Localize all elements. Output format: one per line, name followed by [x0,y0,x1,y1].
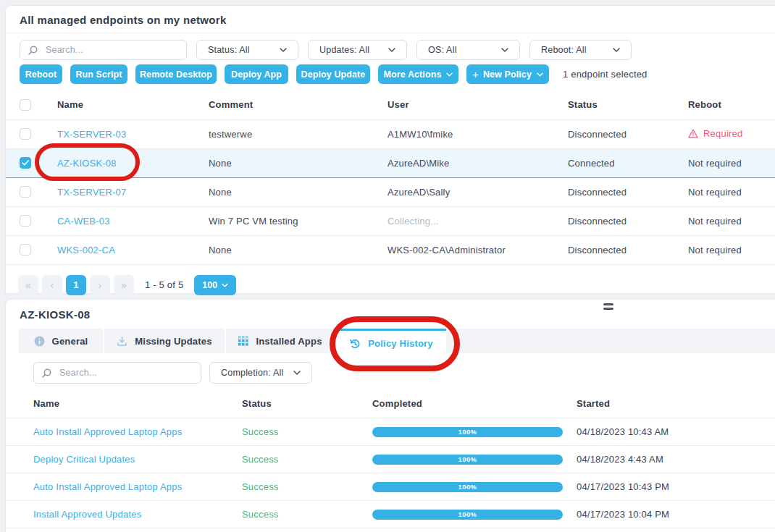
tab-general[interactable]: General [19,329,104,353]
endpoints-header-row: Name Comment User Status Reboot [6,90,775,119]
row-checkbox[interactable] [20,244,31,256]
completion-filter[interactable]: Completion: All [209,362,312,384]
detail-tabs: General Missing Updates Installed Apps P… [19,329,775,353]
col-user: User [388,90,568,119]
endpoint-reboot: Not required [688,148,775,177]
policy-started: 04/17/2023 10:04 PM [577,501,775,528]
endpoint-reboot: Not required [688,177,775,206]
chevron-down-icon [222,283,228,287]
endpoint-name-link[interactable]: TX-SERVER-07 [57,187,126,198]
deploy-update-button[interactable]: Deploy Update [296,64,370,84]
col-status: Status [568,90,688,119]
endpoint-user: WKS-002-CA\Administrator [388,235,568,264]
policy-started: 04/18/2023 10:43 AM [577,418,775,446]
last-page-button[interactable]: » [114,275,134,295]
page-1-button[interactable]: 1 [66,275,86,295]
col-comment: Comment [209,90,388,119]
policy-filter-bar: Completion: All [6,353,775,384]
prev-page-button[interactable]: ‹ [42,275,62,295]
endpoints-filter-bar: Status: All Updates: All OS: All Reboot:… [6,33,775,60]
progress-label: 100% [458,483,477,491]
status-filter[interactable]: Status: All [196,40,298,60]
deploy-app-button-label: Deploy App [231,69,282,80]
row-checkbox[interactable] [20,186,31,198]
os-filter-label: OS: All [428,45,457,55]
endpoint-name-link[interactable]: AZ-KIOSK-08 [57,158,117,169]
reboot-button-label: Reboot [25,69,57,80]
select-all-checkbox[interactable] [20,99,31,111]
reboot-button[interactable]: Reboot [20,64,62,84]
policy-header-row: Name Status Completed Started [6,390,775,418]
policy-row: Deploy Critical Updates Success 100% 04/… [6,446,775,473]
pagination-info: 1 - 5 of 5 [145,279,183,290]
tab-policy-history[interactable]: Policy History [336,329,446,356]
deploy-update-button-label: Deploy Update [301,69,366,80]
policy-status: Success [242,446,372,473]
progress-bar: 100% [372,455,563,465]
endpoint-reboot-label: Required [703,128,742,139]
policy-name-link[interactable]: Deploy Critical Updates [33,454,135,465]
endpoint-detail-panel: AZ-KIOSK-08 General Missing Updates Inst… [5,299,775,532]
detail-title: AZ-KIOSK-08 [6,300,775,321]
page-size-button[interactable]: 100 [194,275,236,295]
new-policy-button-label: New Policy [483,69,532,80]
pagination: « ‹ 1 › » 1 - 5 of 5 100 [6,265,775,295]
more-actions-button[interactable]: More Actions [378,64,458,84]
endpoint-status: Connected [568,148,688,177]
policy-name-link[interactable]: Auto Install Approved Laptop Apps [33,426,182,437]
deploy-app-button[interactable]: Deploy App [225,64,288,84]
endpoint-name-link[interactable]: CA-WEB-03 [57,216,110,227]
run-script-button[interactable]: Run Script [70,64,127,84]
progress-label: 100% [458,455,477,463]
tab-installed-apps[interactable]: Installed Apps [226,329,336,353]
endpoint-status: Disconnected [568,206,688,235]
endpoint-name-link[interactable]: TX-SERVER-03 [57,129,126,140]
row-checkbox[interactable] [20,128,31,140]
row-checkbox[interactable] [20,215,31,227]
endpoint-user: A1MW10\fmike [388,119,568,148]
info-icon [34,336,45,347]
policy-row: Auto Install Approved Laptop Apps Succes… [6,418,775,446]
policy-search[interactable] [33,362,201,384]
os-filter[interactable]: OS: All [416,40,520,60]
endpoint-comment: None [209,235,388,264]
endpoint-name-link[interactable]: WKS-002-CA [57,245,115,256]
endpoint-row: TX-SERVER-03 testwerwe A1MW10\fmike Disc… [6,119,775,148]
endpoint-row: TX-SERVER-07 None AzureAD\Sally Disconne… [6,177,775,206]
endpoint-reboot: Required [688,128,742,139]
row-checkbox[interactable] [20,157,31,169]
col-policy-started: Started [577,390,775,418]
policy-row: Install Approved Updates Success 100% 04… [6,501,775,528]
policy-name-link[interactable]: Install Approved Updates [33,509,141,520]
updates-filter[interactable]: Updates: All [308,40,407,60]
chevron-down-icon [501,48,508,52]
col-policy-name: Name [6,390,242,418]
chevron-down-icon [613,48,620,52]
endpoints-search-input[interactable] [44,44,178,56]
reboot-filter-label: Reboot: All [541,45,587,55]
first-page-button[interactable]: « [18,275,38,295]
endpoints-search[interactable] [20,40,187,60]
endpoints-action-bar: Reboot Run Script Remote Desktop Deploy … [6,60,775,84]
policy-name-link[interactable]: Auto Install Approved Laptop Apps [33,481,182,492]
tab-missing-updates-label: Missing Updates [135,336,211,347]
policy-search-input[interactable] [58,367,193,379]
endpoint-row: CA-WEB-03 Win 7 PC VM testing Collecting… [6,206,775,235]
panel-resize-handle[interactable] [603,303,613,311]
endpoint-row: WKS-002-CA None WKS-002-CA\Administrator… [6,235,775,264]
selected-count: 1 endpoint selected [563,69,648,80]
reboot-filter[interactable]: Reboot: All [529,40,632,60]
tab-missing-updates[interactable]: Missing Updates [104,329,226,353]
grid-icon [238,336,248,346]
page-size-label: 100 [202,280,217,290]
new-policy-button[interactable]: + New Policy [466,64,549,84]
chevron-down-icon [388,48,395,52]
progress-label: 100% [458,510,477,518]
more-actions-button-label: More Actions [384,69,442,80]
history-icon [349,338,361,350]
next-page-button[interactable]: › [90,275,110,295]
search-icon [42,368,51,378]
search-icon [28,46,38,55]
remote-desktop-button[interactable]: Remote Desktop [135,64,217,84]
endpoint-reboot: Not required [688,235,775,264]
